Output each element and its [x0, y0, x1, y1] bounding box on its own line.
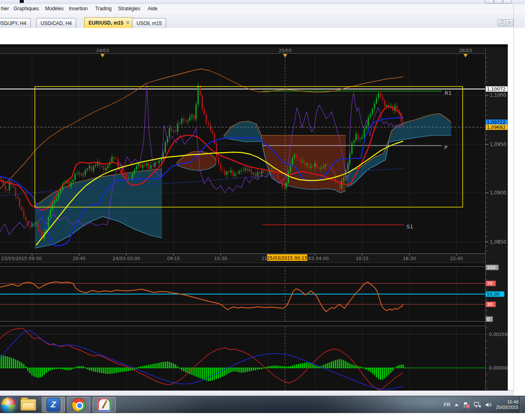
menu-item-graphiques[interactable]: Graphiques — [14, 6, 39, 11]
chart-tab-bar: USD/JPY, H4 USD/CAD, H4 EUR/USD, m15 ✕ U… — [0, 14, 525, 28]
svg-text:100: 100 — [487, 265, 495, 270]
taskbar-clock[interactable]: 16:48 25/03/2015 — [496, 399, 518, 410]
language-indicator[interactable]: FR — [444, 402, 450, 408]
clock-date: 25/03/2015 — [496, 405, 518, 410]
svg-text:P: P — [444, 144, 447, 151]
svg-text:24/03 03:00: 24/03 03:00 — [113, 256, 140, 261]
mdi-close-button[interactable]: ✕ — [505, 19, 514, 26]
trading-app-icon: Z — [46, 398, 60, 412]
svg-text:30: 30 — [487, 302, 493, 307]
svg-text:26/03: 26/03 — [459, 48, 472, 53]
svg-text:1,0950: 1,0950 — [490, 142, 506, 147]
menu-bar: hier Graphiques Modèles Insertion Tradin… — [0, 4, 525, 14]
paint-icon — [97, 398, 111, 412]
show-desktop-button[interactable] — [519, 396, 525, 413]
app-icon — [20, 0, 24, 3]
minimize-button[interactable] — [485, 0, 494, 4]
svg-text:1,0900: 1,0900 — [490, 190, 506, 196]
svg-text:20:45: 20:45 — [73, 256, 86, 261]
menu-item-strategies[interactable]: Stratégies — [118, 6, 140, 11]
svg-text:0,00000: 0,00000 — [489, 365, 508, 371]
svg-text:25/03/2015 00:15: 25/03/2015 00:15 — [267, 256, 308, 261]
status-bar — [0, 390, 514, 396]
svg-text:22:45: 22:45 — [450, 256, 463, 261]
folder-icon — [21, 399, 36, 411]
svg-text:1,09682: 1,09682 — [487, 125, 506, 130]
tab-usoil-m15[interactable]: USOil, m15 — [132, 18, 166, 28]
menu-item-modeles[interactable]: Modèles — [45, 6, 64, 11]
network-icon[interactable] — [474, 402, 481, 408]
menu-item-trading[interactable]: Trading — [95, 6, 112, 11]
chrome-icon — [72, 398, 86, 412]
taskbar-item-trading-station[interactable]: Z — [42, 397, 65, 412]
svg-text:50,00: 50,00 — [487, 292, 500, 297]
tab-close-icon[interactable]: ✕ — [126, 20, 130, 25]
chart-canvas[interactable]: 1,10001,09501,09001,0850R1PS11,100721,09… — [0, 44, 508, 390]
svg-text:70: 70 — [487, 281, 493, 286]
svg-text:15:30: 15:30 — [214, 256, 227, 261]
taskbar-item-chrome[interactable] — [67, 397, 90, 412]
svg-text:10:15: 10:15 — [356, 256, 369, 261]
svg-text:0,00250: 0,00250 — [489, 332, 508, 337]
taskbar-apps: Z — [17, 396, 116, 413]
volume-icon[interactable] — [485, 402, 492, 408]
svg-text:S1: S1 — [406, 224, 413, 230]
taskbar-item-paint[interactable] — [93, 397, 116, 412]
svg-text:23/03/2015 09:30: 23/03/2015 09:30 — [1, 256, 42, 261]
taskbar: Z FR 16:48 25/03 — [0, 396, 525, 413]
taskbar-item-explorer[interactable] — [17, 397, 39, 412]
clock-time: 16:48 — [496, 399, 518, 405]
tab-eurusd-m15[interactable]: EUR/USD, m15 ✕ — [84, 17, 134, 28]
system-tray: FR 16:48 25/03/2015 — [444, 396, 518, 413]
svg-text:09:15: 09:15 — [167, 256, 180, 261]
svg-text:1,0850: 1,0850 — [490, 239, 506, 245]
close-icon: ✕ — [508, 20, 511, 25]
maximize-button[interactable] — [494, 0, 503, 4]
start-button[interactable] — [1, 397, 16, 413]
svg-text:R1: R1 — [445, 90, 452, 96]
screen: hier Graphiques Modèles Insertion Tradin… — [0, 0, 525, 420]
tab-usdcad-h4[interactable]: USD/CAD, H4 — [36, 18, 76, 28]
svg-text:1,10072: 1,10072 — [487, 87, 506, 92]
tab-usdjpy-h4[interactable]: USD/JPY, H4 — [0, 18, 31, 28]
menu-item-fichier[interactable]: hier — [1, 6, 9, 11]
mdi-client-background — [508, 44, 525, 390]
menu-item-aide[interactable]: Aide — [148, 6, 158, 11]
svg-text:1,1000: 1,1000 — [490, 92, 506, 98]
mdi-restore-button[interactable]: ❐ — [498, 19, 506, 26]
svg-text:24/03: 24/03 — [96, 48, 109, 53]
window-edge — [514, 4, 514, 390]
svg-text:25/03: 25/03 — [278, 48, 292, 53]
svg-text:0: 0 — [487, 317, 490, 322]
restore-icon: ❐ — [500, 20, 504, 25]
close-button[interactable] — [503, 0, 512, 4]
menu-item-insertion[interactable]: Insertion — [69, 6, 88, 11]
svg-text:16:30: 16:30 — [403, 256, 416, 261]
action-center-flag-icon[interactable] — [463, 401, 470, 409]
show-hidden-icons[interactable] — [454, 403, 459, 407]
